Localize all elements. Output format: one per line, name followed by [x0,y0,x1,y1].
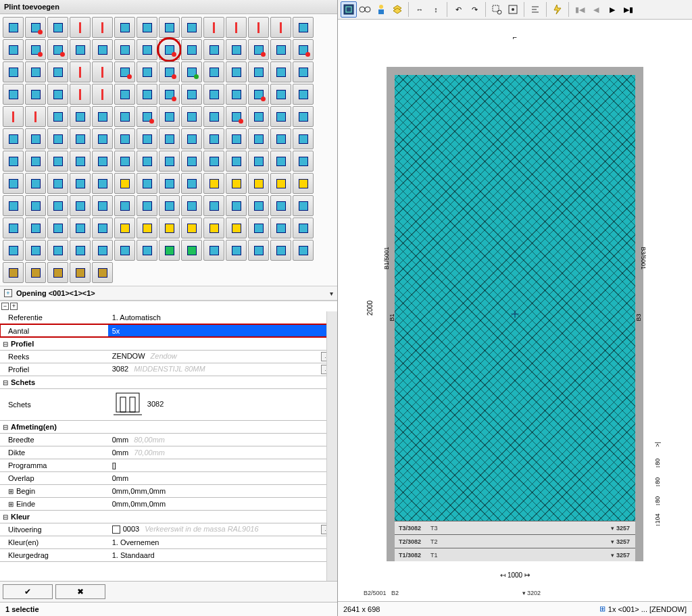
tool-button[interactable] [137,84,157,105]
plinth-row[interactable]: T3/3082T3▾ 3257 [395,521,635,534]
tool-button[interactable] [159,173,180,194]
tool-button[interactable] [25,128,46,149]
tool-button[interactable] [203,128,224,149]
tool-button[interactable] [25,173,46,194]
tool-button[interactable] [270,195,291,216]
collapse-all-icon[interactable]: − [1,303,9,310]
tool-button[interactable] [226,61,247,82]
tool-button[interactable] [248,151,269,172]
tool-button[interactable] [159,106,180,127]
tool-button[interactable] [25,262,46,283]
cancel-button[interactable]: ✖ [55,584,105,599]
tool-button[interactable] [114,217,135,238]
tool-button[interactable] [226,39,247,60]
tool-button[interactable] [3,128,24,149]
prop-value-aantal[interactable]: 5x [108,324,337,337]
zoom-area-icon[interactable] [489,1,505,18]
tool-button[interactable] [3,39,24,60]
tool-button[interactable] [92,240,113,261]
layers-icon[interactable] [389,1,405,18]
tool-button[interactable] [293,39,314,60]
tool-button[interactable] [92,173,113,194]
flash-icon[interactable] [549,1,566,18]
tool-button[interactable] [47,262,68,283]
tool-button[interactable] [270,61,291,82]
tool-button[interactable] [47,61,68,82]
tool-button[interactable] [114,106,135,127]
tool-button[interactable] [25,240,46,261]
tool-button[interactable] [203,195,224,216]
tool-button[interactable] [92,17,113,38]
tool-button[interactable] [47,195,68,216]
tool-button[interactable] [159,151,180,172]
tool-button[interactable] [70,240,91,261]
tool-button[interactable] [25,17,46,38]
tool-button[interactable] [114,84,135,105]
tool-button[interactable] [114,240,135,261]
prop-value-kleurgedrag[interactable]: 1. Standaard [108,548,337,561]
tool-button[interactable] [248,217,269,238]
scrollbar[interactable] [326,311,337,581]
tool-button[interactable] [114,128,135,149]
prop-value-reeks[interactable]: ZENDOWZendow… [108,350,337,363]
tool-button[interactable] [270,240,291,261]
tool-button[interactable] [137,39,157,60]
tool-button[interactable] [25,39,46,60]
tool-button[interactable] [70,61,91,82]
tool-button[interactable] [159,84,180,105]
tool-button[interactable] [3,262,24,283]
tool-button[interactable] [25,217,46,238]
tool-button[interactable] [70,151,91,172]
tool-button[interactable] [248,128,269,149]
section-kleur[interactable]: Kleur [0,510,337,523]
prev-icon[interactable]: ◀ [588,1,604,18]
tool-button[interactable] [293,84,314,105]
tool-button[interactable] [203,151,224,172]
tool-button[interactable] [159,17,180,38]
prop-value-profiel[interactable]: 3082MIDDENSTIJL 80MM… [108,363,337,376]
tool-button[interactable] [25,151,46,172]
tool-button[interactable] [270,128,291,149]
tool-button[interactable] [159,240,180,261]
tool-button[interactable] [25,84,46,105]
tool-button[interactable] [137,217,157,238]
glasses-icon[interactable] [357,1,373,18]
tool-button[interactable] [114,61,135,82]
tool-button[interactable] [47,151,68,172]
tool-button[interactable] [293,151,314,172]
prop-value-referentie[interactable]: 1. Automatisch [108,311,337,324]
tool-button[interactable] [159,61,180,82]
tool-button[interactable] [248,17,269,38]
tool-button[interactable] [114,39,135,60]
undo-icon[interactable]: ↶ [450,1,466,18]
tool-button[interactable] [25,106,46,127]
tool-button[interactable] [70,217,91,238]
last-icon[interactable]: ▶▮ [620,1,637,18]
tool-button-highlighted[interactable] [159,39,180,60]
tool-button[interactable] [114,173,135,194]
tool-button[interactable] [248,84,269,105]
tool-button[interactable] [159,128,180,149]
prop-value-einde[interactable]: 0mm,0mm,0mm [108,497,337,510]
tool-button[interactable] [181,39,202,60]
next-icon[interactable]: ▶ [604,1,620,18]
window-frame[interactable]: B1 B3 T3/3082T3▾ 3257 T2/3082T2▾ 3257 T1… [387,67,643,561]
tool-button[interactable] [3,84,24,105]
align-icon[interactable] [527,1,543,18]
tool-button[interactable] [47,17,68,38]
tool-button[interactable] [92,106,113,127]
tool-button[interactable] [226,151,247,172]
tool-button[interactable] [47,128,68,149]
prop-value-programma[interactable]: [] [108,459,337,471]
tool-button[interactable] [293,173,314,194]
tool-button[interactable] [70,106,91,127]
tool-button[interactable] [248,39,269,60]
tool-button[interactable] [70,262,91,283]
tool-button[interactable] [248,106,269,127]
center-dot-icon[interactable] [505,1,521,18]
drawing-canvas[interactable]: ⌐ B4/5001 B4 3202 2000 B1 B3 [338,20,692,601]
tool-button[interactable] [3,17,24,38]
tool-button[interactable] [137,128,157,149]
tool-button[interactable] [70,128,91,149]
tool-button[interactable] [248,240,269,261]
